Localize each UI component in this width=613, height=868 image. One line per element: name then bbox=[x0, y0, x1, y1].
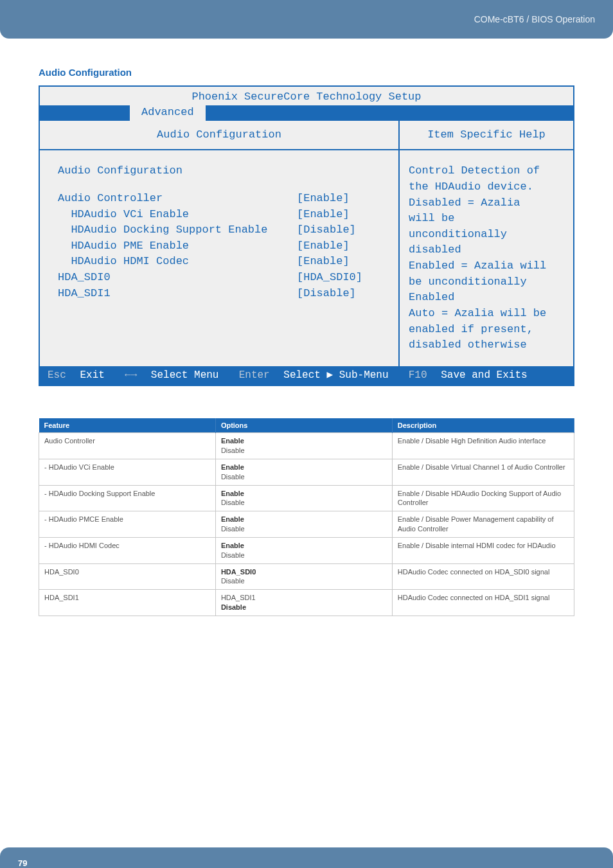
bios-heading: Audio Configuration bbox=[58, 163, 393, 179]
bios-help-line: Disabled = Azalia bbox=[409, 195, 564, 211]
cell-options: HDA_SDI0Disable bbox=[215, 563, 392, 590]
bios-item: HDAudio VCi Enable[Enable] bbox=[58, 207, 393, 223]
cell-description: Enable / Disable HDAudio Docking Support… bbox=[392, 485, 574, 511]
bios-item: HDAudio HDMI Codec[Enable] bbox=[58, 254, 393, 270]
bios-tab-advanced: Advanced bbox=[130, 103, 206, 122]
bios-item-label: Audio Controller bbox=[58, 191, 297, 207]
bios-header-row: Audio Configuration Item Specific Help bbox=[40, 121, 573, 151]
bios-help-line: the HDAudio device. bbox=[409, 179, 564, 195]
footer-key-esc: Esc bbox=[48, 368, 66, 383]
bios-help-line: disabled bbox=[409, 242, 564, 258]
cell-feature: - HDAudio VCi Enable bbox=[39, 459, 216, 485]
bios-title: Phoenix SecureCore Technology Setup bbox=[40, 87, 573, 105]
footer-label-select-menu: Select Menu bbox=[151, 368, 219, 383]
page-header: COMe-cBT6 / BIOS Operation bbox=[0, 0, 613, 39]
table-row: Audio Controller EnableDisable Enable / … bbox=[39, 433, 574, 459]
bios-item-label: HDAudio PME Enable bbox=[58, 238, 297, 254]
bios-item-value: [Enable] bbox=[297, 191, 393, 207]
cell-description: Enable / Disable Virtual Channel 1 of Au… bbox=[392, 459, 574, 485]
bios-settings-panel: Audio Configuration Audio Controller[Ena… bbox=[40, 150, 400, 366]
bios-item-label: HDA_SDI1 bbox=[58, 286, 297, 302]
bios-item: Audio Controller[Enable] bbox=[58, 191, 393, 207]
cell-options: EnableDisable bbox=[215, 459, 392, 485]
bios-panel-title: Audio Configuration bbox=[40, 121, 400, 150]
col-description: Description bbox=[392, 418, 574, 433]
table-header-row: Feature Options Description bbox=[39, 418, 574, 433]
page-number: 79 bbox=[18, 858, 27, 868]
footer-label-select-sub: Select ▶ Sub-Menu bbox=[283, 368, 388, 383]
bios-item-label: HDAudio VCi Enable bbox=[58, 207, 297, 223]
col-options: Options bbox=[215, 418, 392, 433]
bios-help-line: enabled if present, bbox=[409, 322, 564, 338]
table-row: - HDAudio Docking Support Enable EnableD… bbox=[39, 485, 574, 511]
bios-item-label: HDAudio Docking Support Enable bbox=[58, 222, 297, 238]
bios-help-line: Enabled = Azalia will bbox=[409, 258, 564, 274]
page-content: Audio Configuration Phoenix SecureCore T… bbox=[0, 39, 613, 616]
bios-item: HDA_SDI0[HDA_SDI0] bbox=[58, 270, 393, 286]
bios-help-line: Enabled bbox=[409, 290, 564, 306]
bios-item-label: HDAudio HDMI Codec bbox=[58, 254, 297, 270]
bios-item-value: [Enable] bbox=[297, 254, 393, 270]
cell-description: Enable / Disable High Definition Audio i… bbox=[392, 433, 574, 459]
bios-item-value: [Disable] bbox=[297, 286, 393, 302]
cell-description: HDAudio Codec connected on HDA_SDI0 sign… bbox=[392, 563, 574, 590]
footer-key-enter: Enter bbox=[239, 368, 270, 383]
cell-feature: - HDAudio PMCE Enable bbox=[39, 511, 216, 538]
table-row: - HDAudio VCi Enable EnableDisable Enabl… bbox=[39, 459, 574, 485]
cell-feature: HDA_SDI0 bbox=[39, 563, 216, 590]
cell-feature: - HDAudio Docking Support Enable bbox=[39, 485, 216, 511]
table-row: - HDAudio HDMI Codec EnableDisable Enabl… bbox=[39, 537, 574, 563]
cell-feature: HDA_SDI1 bbox=[39, 590, 216, 616]
bios-item-value: [Enable] bbox=[297, 238, 393, 254]
footer-label-save: Save and Exits bbox=[441, 368, 527, 383]
bios-screenshot: Phoenix SecureCore Technology Setup Adva… bbox=[39, 85, 574, 386]
table-row: - HDAudio PMCE Enable EnableDisable Enab… bbox=[39, 511, 574, 538]
footer-key-arrows: ←→ bbox=[125, 368, 137, 383]
cell-description: HDAudio Codec connected on HDA_SDI1 sign… bbox=[392, 590, 574, 616]
bios-item: HDAudio Docking Support Enable[Disable] bbox=[58, 222, 393, 238]
bios-help-line: be unconditionally bbox=[409, 274, 564, 290]
bios-item-value: [Disable] bbox=[297, 222, 393, 238]
cell-options: HDA_SDI1Disable bbox=[215, 590, 392, 616]
table-row: HDA_SDI1 HDA_SDI1Disable HDAudio Codec c… bbox=[39, 590, 574, 616]
bios-item-label: HDA_SDI0 bbox=[58, 270, 297, 286]
bios-body: Audio Configuration Audio Controller[Ena… bbox=[40, 150, 573, 366]
cell-feature: Audio Controller bbox=[39, 433, 216, 459]
bios-help-line: Control Detection of bbox=[409, 163, 564, 179]
cell-options: EnableDisable bbox=[215, 511, 392, 538]
footer-label-exit: Exit bbox=[80, 368, 104, 383]
bios-help-line: will be bbox=[409, 211, 564, 227]
bios-help-line: unconditionally bbox=[409, 227, 564, 243]
bios-help-line: Auto = Azalia will be bbox=[409, 306, 564, 322]
bios-item-value: [HDA_SDI0] bbox=[297, 270, 393, 286]
page-footer: 79 bbox=[0, 847, 613, 868]
breadcrumb: COMe-cBT6 / BIOS Operation bbox=[474, 14, 595, 24]
bios-menubar: Advanced bbox=[40, 105, 573, 121]
bios-help-line: disabled otherwise bbox=[409, 337, 564, 353]
cell-options: EnableDisable bbox=[215, 433, 392, 459]
cell-options: EnableDisable bbox=[215, 537, 392, 563]
bios-item: HDAudio PME Enable[Enable] bbox=[58, 238, 393, 254]
section-title: Audio Configuration bbox=[39, 67, 574, 78]
bios-footer: Esc Exit ←→ Select Menu Enter Select ▶ S… bbox=[40, 366, 573, 385]
cell-description: Enable / Disable Power Management capabi… bbox=[392, 511, 574, 538]
bios-item-value: [Enable] bbox=[297, 207, 393, 223]
cell-description: Enable / Disable internal HDMI codec for… bbox=[392, 537, 574, 563]
table-row: HDA_SDI0 HDA_SDI0Disable HDAudio Codec c… bbox=[39, 563, 574, 590]
feature-table: Feature Options Description Audio Contro… bbox=[39, 418, 574, 616]
col-feature: Feature bbox=[39, 418, 216, 433]
cell-options: EnableDisable bbox=[215, 485, 392, 511]
footer-key-f10: F10 bbox=[409, 368, 427, 383]
cell-feature: - HDAudio HDMI Codec bbox=[39, 537, 216, 563]
bios-help-title: Item Specific Help bbox=[400, 121, 573, 150]
bios-item: HDA_SDI1[Disable] bbox=[58, 286, 393, 302]
bios-help-panel: Control Detection of the HDAudio device.… bbox=[400, 150, 573, 366]
